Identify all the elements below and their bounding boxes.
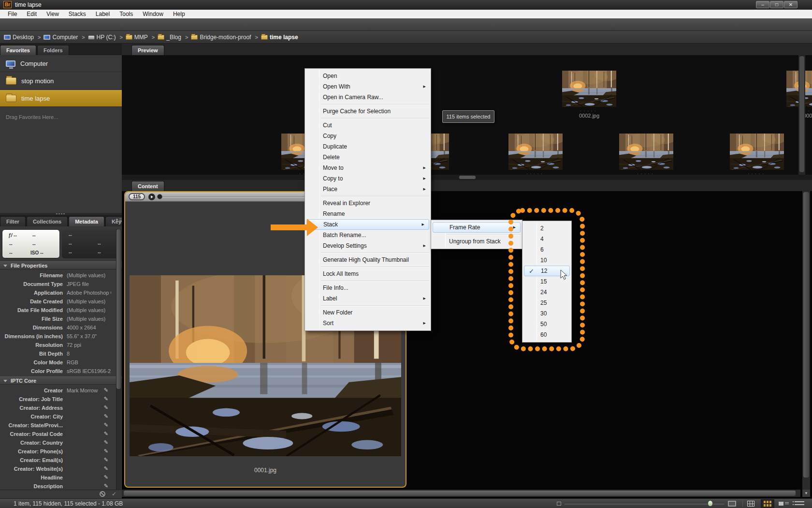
preview-thumbnail[interactable]: ..... 0002.jpg [558,71,621,120]
edit-pencil-icon[interactable]: ✎ [104,387,108,393]
breadcrumb-item[interactable]: HP (C:) > [88,34,126,41]
stack-play-icon[interactable] [148,194,155,200]
frame-rate-option[interactable]: 60 [523,329,571,340]
preview-horizontal-scrollbar[interactable] [122,175,812,180]
context-menu-item[interactable] [305,194,430,198]
panel-menu-icon[interactable]: ▼☰ [115,218,122,222]
cancel-metadata-icon[interactable] [100,491,105,497]
context-menu-item[interactable]: Lock All Items [305,269,430,279]
thumbnail-image[interactable] [730,134,784,170]
frame-rate-option[interactable]: 50 [523,319,571,329]
tab-preview[interactable]: Preview [131,45,164,55]
file-properties-header[interactable]: File Properties [0,261,122,269]
context-menu-item[interactable]: New Folder [305,307,430,318]
frame-rate-option[interactable]: 25 [523,298,571,308]
panel-tab[interactable]: Folders [37,45,69,55]
favorites-item[interactable]: Computer [0,55,122,72]
favorites-item[interactable]: time lapse [0,90,122,107]
preview-thumbnail[interactable]: ..... 0003.jpg [782,71,812,120]
breadcrumb-item[interactable]: Desktop > [4,34,44,41]
context-menu-item[interactable]: Open in Camera Raw... [305,92,430,103]
menu-bar-item[interactable]: Stacks [64,11,91,17]
panel-tab[interactable]: Filter [0,216,26,226]
scrollbar-thumb[interactable] [799,56,804,172]
context-menu-item[interactable] [305,251,430,254]
breadcrumb-item[interactable]: Computer > [44,34,87,41]
context-menu-item[interactable]: Delete [305,152,430,163]
context-menu-item[interactable]: Copy [305,131,430,141]
view-list-button[interactable] [793,499,806,508]
context-menu-item[interactable]: Open [305,71,430,81]
menu-bar-item[interactable]: View [42,11,64,17]
frame-rate-option[interactable]: 30 [523,308,571,319]
context-menu-item[interactable]: Duplicate [305,141,430,152]
lock-grid-icon[interactable] [747,501,754,507]
frame-rate-option[interactable]: 10 [523,255,571,266]
context-menu-item[interactable]: Place [305,184,430,194]
context-menu-item[interactable]: Generate High Quality Thumbnail [305,254,430,265]
frame-rate-option[interactable]: 4 [523,234,571,244]
menu-bar-item[interactable]: Tools [115,11,138,17]
scroll-down-arrow-icon[interactable]: ▼ [802,490,810,497]
edit-pencil-icon[interactable]: ✎ [104,413,108,419]
context-menu-item[interactable] [305,304,430,307]
menu-bar-item[interactable]: File [3,11,22,17]
context-menu-item[interactable]: Label [305,293,430,304]
menu-bar-item[interactable]: Window [138,11,168,17]
menu-bar-item[interactable]: Edit [22,11,42,17]
breadcrumb-item[interactable]: _Blog > [158,34,191,41]
menu-bar-item[interactable]: Label [91,11,115,17]
close-button[interactable]: ✕ [784,1,798,8]
context-menu-item[interactable] [305,117,430,120]
stack-scrubber-handle[interactable] [157,194,162,199]
submenu-item[interactable] [432,233,522,236]
view-details-button[interactable] [776,499,790,508]
metadata-scrollbar-thumb[interactable] [116,229,121,389]
context-menu-item[interactable]: Sort [305,318,430,329]
edit-pencil-icon[interactable]: ✎ [104,457,108,463]
minimize-button[interactable]: ‒ [756,1,769,8]
edit-pencil-icon[interactable]: ✎ [104,448,108,454]
edit-pencil-icon[interactable]: ✎ [104,439,108,446]
breadcrumb-item[interactable]: MMP > [126,34,158,41]
smaller-thumbnails-icon[interactable] [557,502,561,506]
context-menu-item[interactable]: Develop Settings [305,240,430,251]
thumbnail-size-slider-handle[interactable] [708,500,713,507]
thumbnail-image[interactable] [619,134,673,170]
context-menu-item[interactable]: Copy to [305,173,430,184]
thumbnail-image[interactable] [562,71,616,107]
frame-rate-option[interactable]: 6 [523,244,571,255]
frame-rate-option[interactable]: 2 [523,223,571,234]
breadcrumb-item[interactable]: time lapse > [261,34,299,41]
frame-rate-option[interactable]: 24 [523,287,571,298]
breadcrumb-item[interactable]: Bridge-motion-proof > [191,34,261,41]
context-menu-item[interactable] [305,279,430,283]
apply-metadata-icon[interactable]: ✓ [112,491,116,497]
context-menu-item[interactable] [305,265,430,269]
menu-bar-item[interactable]: Help [168,11,190,17]
submenu-item[interactable]: Ungroup from Stack [432,236,522,247]
edit-pencil-icon[interactable]: ✎ [104,431,108,437]
edit-pencil-icon[interactable]: ✎ [104,483,108,489]
context-menu-item[interactable]: Batch Rename... [305,230,430,240]
edit-pencil-icon[interactable]: ✎ [104,396,108,402]
scrollbar-thumb[interactable] [124,491,796,496]
context-menu-item[interactable]: Reveal in Explorer [305,198,430,209]
context-menu-item[interactable]: Open With [305,81,430,92]
iptc-core-header[interactable]: IPTC Core [0,376,122,385]
context-menu-item[interactable]: File Info... [305,283,430,293]
submenu-item[interactable]: Frame Rate [433,222,521,233]
edit-pencil-icon[interactable]: ✎ [104,422,108,428]
panel-tab[interactable]: Favorites [0,45,36,55]
edit-pencil-icon[interactable]: ✎ [104,404,108,411]
frame-rate-option[interactable]: 15 [523,276,571,287]
frame-rate-option[interactable]: 12 [524,266,570,276]
edit-pencil-icon[interactable]: ✎ [104,465,108,472]
context-menu-item[interactable]: Rename [305,209,430,219]
scrollbar-thumb[interactable] [803,192,809,478]
larger-thumbnails-icon[interactable] [728,501,736,507]
edit-pencil-icon[interactable]: ✎ [104,474,108,480]
content-horizontal-scrollbar[interactable] [122,490,800,497]
tab-content[interactable]: Content [131,181,164,191]
view-thumbnails-button[interactable] [761,499,774,508]
